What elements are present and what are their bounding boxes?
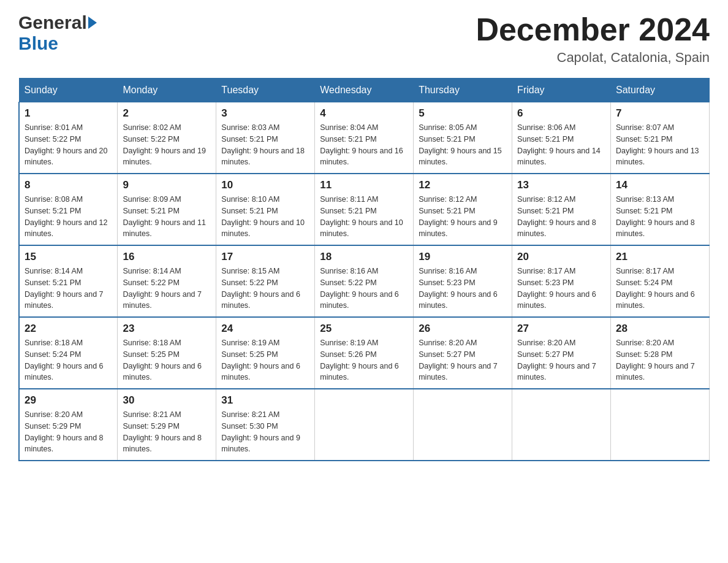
calendar-week-row: 1 Sunrise: 8:01 AMSunset: 5:22 PMDayligh… — [19, 102, 710, 174]
day-info: Sunrise: 8:06 AMSunset: 5:21 PMDaylight:… — [517, 122, 605, 168]
calendar-week-row: 29 Sunrise: 8:20 AMSunset: 5:29 PMDaylig… — [19, 389, 710, 461]
day-number: 25 — [320, 323, 408, 335]
day-number: 27 — [517, 323, 605, 335]
table-row: 10 Sunrise: 8:10 AMSunset: 5:21 PMDaylig… — [216, 174, 315, 245]
location-subtitle: Capolat, Catalonia, Spain — [476, 50, 710, 66]
table-row: 4 Sunrise: 8:04 AMSunset: 5:21 PMDayligh… — [315, 102, 414, 174]
logo-blue-text: Blue — [18, 33, 58, 53]
day-number: 30 — [123, 394, 211, 407]
day-info: Sunrise: 8:21 AMSunset: 5:30 PMDaylight:… — [221, 409, 309, 455]
day-info: Sunrise: 8:13 AMSunset: 5:21 PMDaylight:… — [616, 194, 704, 240]
table-row: 31 Sunrise: 8:21 AMSunset: 5:30 PMDaylig… — [216, 389, 315, 461]
table-row: 15 Sunrise: 8:14 AMSunset: 5:21 PMDaylig… — [19, 245, 118, 317]
day-number: 4 — [320, 107, 408, 120]
day-number: 6 — [517, 107, 605, 120]
day-number: 22 — [25, 323, 112, 335]
table-row: 6 Sunrise: 8:06 AMSunset: 5:21 PMDayligh… — [512, 102, 611, 174]
col-wednesday: Wednesday — [315, 79, 414, 102]
table-row — [315, 389, 414, 461]
table-row — [611, 389, 710, 461]
table-row: 28 Sunrise: 8:20 AMSunset: 5:28 PMDaylig… — [611, 317, 710, 389]
day-info: Sunrise: 8:19 AMSunset: 5:25 PMDaylight:… — [221, 337, 309, 383]
col-sunday: Sunday — [19, 79, 118, 102]
day-number: 23 — [123, 323, 211, 335]
col-thursday: Thursday — [414, 79, 512, 102]
table-row: 2 Sunrise: 8:02 AMSunset: 5:22 PMDayligh… — [118, 102, 216, 174]
title-section: December 2024 Capolat, Catalonia, Spain — [476, 12, 710, 66]
day-number: 9 — [123, 179, 211, 191]
day-info: Sunrise: 8:20 AMSunset: 5:27 PMDaylight:… — [517, 337, 605, 383]
month-year-title: December 2024 — [476, 12, 710, 47]
table-row: 23 Sunrise: 8:18 AMSunset: 5:25 PMDaylig… — [118, 317, 216, 389]
table-row: 18 Sunrise: 8:16 AMSunset: 5:22 PMDaylig… — [315, 245, 414, 317]
day-number: 28 — [616, 323, 704, 335]
table-row: 8 Sunrise: 8:08 AMSunset: 5:21 PMDayligh… — [19, 174, 118, 245]
day-info: Sunrise: 8:17 AMSunset: 5:23 PMDaylight:… — [517, 266, 605, 312]
calendar-week-row: 15 Sunrise: 8:14 AMSunset: 5:21 PMDaylig… — [19, 245, 710, 317]
table-row — [414, 389, 512, 461]
day-info: Sunrise: 8:02 AMSunset: 5:22 PMDaylight:… — [123, 122, 211, 168]
table-row: 26 Sunrise: 8:20 AMSunset: 5:27 PMDaylig… — [414, 317, 512, 389]
day-info: Sunrise: 8:20 AMSunset: 5:27 PMDaylight:… — [419, 337, 507, 383]
day-number: 16 — [123, 251, 211, 263]
day-info: Sunrise: 8:04 AMSunset: 5:21 PMDaylight:… — [320, 122, 408, 168]
day-number: 2 — [123, 107, 211, 120]
day-info: Sunrise: 8:21 AMSunset: 5:29 PMDaylight:… — [123, 409, 211, 455]
day-info: Sunrise: 8:08 AMSunset: 5:21 PMDaylight:… — [25, 194, 112, 240]
day-info: Sunrise: 8:17 AMSunset: 5:24 PMDaylight:… — [616, 266, 704, 312]
logo: General Blue — [18, 12, 98, 54]
day-number: 8 — [25, 179, 112, 191]
day-number: 26 — [419, 323, 507, 335]
table-row: 24 Sunrise: 8:19 AMSunset: 5:25 PMDaylig… — [216, 317, 315, 389]
day-number: 21 — [616, 251, 704, 263]
day-info: Sunrise: 8:14 AMSunset: 5:21 PMDaylight:… — [25, 266, 112, 312]
day-info: Sunrise: 8:09 AMSunset: 5:21 PMDaylight:… — [123, 194, 211, 240]
day-info: Sunrise: 8:12 AMSunset: 5:21 PMDaylight:… — [517, 194, 605, 240]
table-row: 17 Sunrise: 8:15 AMSunset: 5:22 PMDaylig… — [216, 245, 315, 317]
day-info: Sunrise: 8:01 AMSunset: 5:22 PMDaylight:… — [25, 122, 112, 168]
table-row: 16 Sunrise: 8:14 AMSunset: 5:22 PMDaylig… — [118, 245, 216, 317]
day-number: 17 — [221, 251, 309, 263]
table-row: 25 Sunrise: 8:19 AMSunset: 5:26 PMDaylig… — [315, 317, 414, 389]
calendar-table: Sunday Monday Tuesday Wednesday Thursday… — [18, 78, 710, 461]
table-row: 21 Sunrise: 8:17 AMSunset: 5:24 PMDaylig… — [611, 245, 710, 317]
day-number: 15 — [25, 251, 112, 263]
logo-general-text: General — [18, 12, 87, 33]
day-number: 10 — [221, 179, 309, 191]
calendar-header-row: Sunday Monday Tuesday Wednesday Thursday… — [19, 79, 710, 102]
table-row: 19 Sunrise: 8:16 AMSunset: 5:23 PMDaylig… — [414, 245, 512, 317]
table-row: 27 Sunrise: 8:20 AMSunset: 5:27 PMDaylig… — [512, 317, 611, 389]
day-info: Sunrise: 8:05 AMSunset: 5:21 PMDaylight:… — [419, 122, 507, 168]
table-row: 22 Sunrise: 8:18 AMSunset: 5:24 PMDaylig… — [19, 317, 118, 389]
table-row — [512, 389, 611, 461]
day-info: Sunrise: 8:18 AMSunset: 5:24 PMDaylight:… — [25, 337, 112, 383]
table-row: 9 Sunrise: 8:09 AMSunset: 5:21 PMDayligh… — [118, 174, 216, 245]
day-number: 24 — [221, 323, 309, 335]
day-number: 12 — [419, 179, 507, 191]
col-saturday: Saturday — [611, 79, 710, 102]
table-row: 13 Sunrise: 8:12 AMSunset: 5:21 PMDaylig… — [512, 174, 611, 245]
table-row: 14 Sunrise: 8:13 AMSunset: 5:21 PMDaylig… — [611, 174, 710, 245]
day-number: 3 — [221, 107, 309, 120]
day-info: Sunrise: 8:20 AMSunset: 5:29 PMDaylight:… — [25, 409, 112, 455]
day-number: 29 — [25, 394, 112, 407]
table-row: 29 Sunrise: 8:20 AMSunset: 5:29 PMDaylig… — [19, 389, 118, 461]
day-number: 5 — [419, 107, 507, 120]
day-info: Sunrise: 8:20 AMSunset: 5:28 PMDaylight:… — [616, 337, 704, 383]
day-info: Sunrise: 8:14 AMSunset: 5:22 PMDaylight:… — [123, 266, 211, 312]
day-number: 18 — [320, 251, 408, 263]
day-number: 31 — [221, 394, 309, 407]
day-info: Sunrise: 8:03 AMSunset: 5:21 PMDaylight:… — [221, 122, 309, 168]
col-friday: Friday — [512, 79, 611, 102]
day-number: 14 — [616, 179, 704, 191]
day-info: Sunrise: 8:18 AMSunset: 5:25 PMDaylight:… — [123, 337, 211, 383]
table-row: 11 Sunrise: 8:11 AMSunset: 5:21 PMDaylig… — [315, 174, 414, 245]
day-number: 7 — [616, 107, 704, 120]
day-number: 13 — [517, 179, 605, 191]
day-info: Sunrise: 8:10 AMSunset: 5:21 PMDaylight:… — [221, 194, 309, 240]
day-number: 11 — [320, 179, 408, 191]
table-row: 20 Sunrise: 8:17 AMSunset: 5:23 PMDaylig… — [512, 245, 611, 317]
logo-triangle-icon — [88, 17, 97, 29]
calendar-week-row: 22 Sunrise: 8:18 AMSunset: 5:24 PMDaylig… — [19, 317, 710, 389]
day-number: 1 — [25, 107, 112, 120]
